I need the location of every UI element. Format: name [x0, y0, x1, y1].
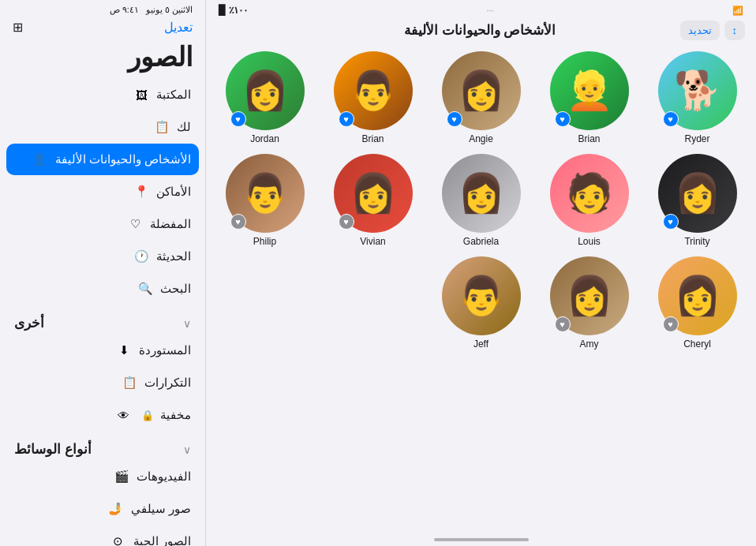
- sidebar-media-header: ∨ أنواع الوسائط: [6, 432, 199, 461]
- person-item-cheryl[interactable]: 👩♥Cheryl: [648, 256, 747, 350]
- sort-icon: ↕: [732, 24, 738, 36]
- sidebar-item-places[interactable]: الأماكن📍: [6, 176, 199, 208]
- ellipsis: ···: [486, 6, 493, 15]
- heart-badge-amy: ♥: [555, 316, 571, 332]
- battery-percent: ٪١٠٠: [229, 5, 248, 16]
- sort-button[interactable]: ↕: [724, 21, 746, 40]
- person-name-louis: Louis: [578, 236, 601, 247]
- sidebar-item-label-people-pets: الأشخاص والحيوانات الأليفة: [55, 152, 191, 166]
- media-section-title: أنواع الوسائط: [14, 441, 92, 458]
- sidebar-item-content-imports: المستوردة⬇: [115, 342, 191, 359]
- person-item-louis[interactable]: 🧑Louis: [540, 154, 638, 247]
- sidebar: الاثنين ٥ يونيو ٩:٤١ ص تعديل ⊞ الصور الم…: [0, 0, 205, 546]
- avatar-wrapper-cheryl: 👩♥: [658, 256, 737, 335]
- sidebar-item-favorites[interactable]: المفضلة♡: [6, 208, 199, 240]
- sidebar-item-icon-library: 🖼: [133, 86, 150, 103]
- sidebar-item-icon-duplicates: 📋: [121, 374, 138, 391]
- avatar-wrapper-brian2: 👨♥: [334, 51, 413, 130]
- avatar-wrapper-brian1: 👱♥: [550, 51, 629, 130]
- person-item-vivian[interactable]: 👩♥Vivian: [324, 154, 422, 247]
- sidebar-item-content-selfies: صور سيلفي🤳: [107, 500, 191, 518]
- person-name-jordan: Jordan: [250, 133, 279, 144]
- person-item-brian2[interactable]: 👨♥Brian: [324, 51, 422, 144]
- sidebar-item-videos[interactable]: الفيديوهات🎬: [6, 461, 199, 492]
- person-name-brian1: Brian: [578, 133, 601, 144]
- sidebar-item-label-search: البحث: [160, 282, 191, 296]
- person-name-brian2: Brian: [362, 133, 384, 144]
- avatar-wrapper-jordan: 👩♥: [226, 51, 305, 130]
- other-section-title: أخرى: [14, 315, 44, 331]
- sidebar-status-bar: الاثنين ٥ يونيو ٩:٤١ ص: [0, 0, 205, 17]
- heart-badge-ryder: ♥: [663, 111, 679, 127]
- sidebar-item-icon-hidden: 👁: [114, 406, 132, 424]
- sidebar-item-label-imports: المستوردة: [139, 343, 191, 357]
- battery-icon: ▉: [219, 5, 226, 16]
- person-name-vivian: Vivian: [360, 236, 385, 247]
- heart-badge-vivian: ♥: [339, 214, 354, 230]
- person-item-jeff[interactable]: 👨Jeff: [432, 256, 530, 350]
- sidebar-item-icon-places: 📍: [133, 183, 150, 200]
- heart-badge-jordan: ♥: [230, 111, 246, 127]
- sidebar-item-search[interactable]: البحث🔍: [6, 273, 199, 305]
- heart-badge-brian2: ♥: [339, 111, 354, 127]
- sidebar-item-live-photos[interactable]: الصور الحية⊙: [6, 525, 199, 546]
- avatar-gabriela: 👩: [442, 154, 521, 233]
- person-item-angie[interactable]: 👩♥Angie: [432, 51, 530, 144]
- other-collapse-btn[interactable]: ∨: [183, 317, 191, 330]
- person-name-jeff: Jeff: [473, 338, 488, 350]
- sidebar-item-selfies[interactable]: صور سيلفي🤳: [6, 493, 199, 525]
- sidebar-item-icon-people-pets: 👤: [32, 151, 49, 168]
- person-name-ryder: Ryder: [685, 133, 710, 144]
- avatar-wrapper-louis: 🧑: [550, 154, 629, 233]
- person-item-jordan[interactable]: 👩♥Jordan: [215, 51, 314, 144]
- sidebar-heading: الصور: [0, 39, 205, 79]
- sidebar-item-recents[interactable]: الحديثة🕐: [6, 241, 199, 272]
- sidebar-item-content-duplicates: التكرارات📋: [121, 374, 191, 391]
- status-right: 📶: [732, 6, 743, 16]
- sidebar-item-label-recents: الحديثة: [156, 249, 191, 264]
- sidebar-item-label-duplicates: التكرارات: [144, 376, 191, 390]
- sidebar-other-header: ∨ أخرى: [6, 305, 199, 335]
- sidebar-item-for-you[interactable]: لك📋: [6, 111, 199, 143]
- home-bar: [434, 538, 529, 541]
- sidebar-item-people-pets[interactable]: الأشخاص والحيوانات الأليفة👤: [6, 144, 199, 175]
- sidebar-scroll[interactable]: المكتبة🖼لك📋الأشخاص والحيوانات الأليفة👤ال…: [0, 79, 205, 546]
- sidebar-item-content-favorites: المفضلة♡: [126, 215, 191, 233]
- sidebar-item-duplicates[interactable]: التكرارات📋: [6, 367, 199, 398]
- person-item-philip[interactable]: 👨♥Philip: [215, 154, 314, 247]
- sidebar-item-content-people-pets: الأشخاص والحيوانات الأليفة👤: [32, 151, 191, 168]
- edit-button[interactable]: تعديل: [164, 20, 193, 35]
- sidebar-item-content-places: الأماكن📍: [133, 183, 191, 200]
- select-button[interactable]: تحديد: [680, 21, 720, 40]
- sidebar-item-icon-videos: 🎬: [113, 468, 130, 485]
- sidebar-item-hidden[interactable]: مخفية🔒👁: [6, 399, 199, 431]
- lock-icon-hidden: 🔒: [141, 410, 154, 421]
- sidebar-item-content-library: المكتبة🖼: [133, 86, 191, 103]
- sidebar-item-imports[interactable]: المستوردة⬇: [6, 335, 199, 366]
- sidebar-item-icon-for-you: 📋: [153, 118, 170, 136]
- nav-left: ↕ تحديد: [680, 21, 746, 40]
- sidebar-item-icon-selfies: 🤳: [107, 500, 125, 518]
- person-item-ryder[interactable]: 🐕♥Ryder: [648, 51, 747, 144]
- avatar-wrapper-ryder: 🐕♥: [658, 51, 737, 130]
- main-panel: ▉ ٪١٠٠ ··· 📶 ↕ تحديد الأشخاص والحيوانات …: [205, 0, 756, 546]
- sidebar-item-label-videos: الفيديوهات: [137, 469, 191, 484]
- avatar-louis: 🧑: [550, 154, 629, 233]
- grid-content[interactable]: 🐕♥Ryder👱♥Brian👩♥Angie👨♥Brian👩♥Jordan👩♥Tr…: [206, 45, 756, 532]
- person-item-trinity[interactable]: 👩♥Trinity: [648, 154, 747, 247]
- sidebar-grid-button[interactable]: ⊞: [13, 20, 23, 35]
- person-item-brian1[interactable]: 👱♥Brian: [540, 51, 638, 144]
- media-collapse-btn[interactable]: ∨: [183, 443, 191, 456]
- sidebar-item-label-library: المكتبة: [156, 88, 191, 102]
- sidebar-item-label-places: الأماكن: [156, 185, 191, 199]
- person-item-amy[interactable]: 👩♥Amy: [540, 256, 638, 350]
- heart-badge-trinity: ♥: [663, 214, 679, 230]
- status-left: ▉ ٪١٠٠: [219, 5, 248, 16]
- person-item-gabriela[interactable]: 👩Gabriela: [432, 154, 530, 247]
- sidebar-item-label-hidden: مخفية: [160, 408, 191, 422]
- sidebar-item-content-for-you: لك📋: [153, 118, 191, 136]
- sidebar-item-label-for-you: لك: [177, 120, 191, 134]
- sidebar-item-library[interactable]: المكتبة🖼: [6, 79, 199, 110]
- heart-badge-philip: ♥: [230, 214, 246, 230]
- sidebar-item-content-search: البحث🔍: [137, 280, 191, 297]
